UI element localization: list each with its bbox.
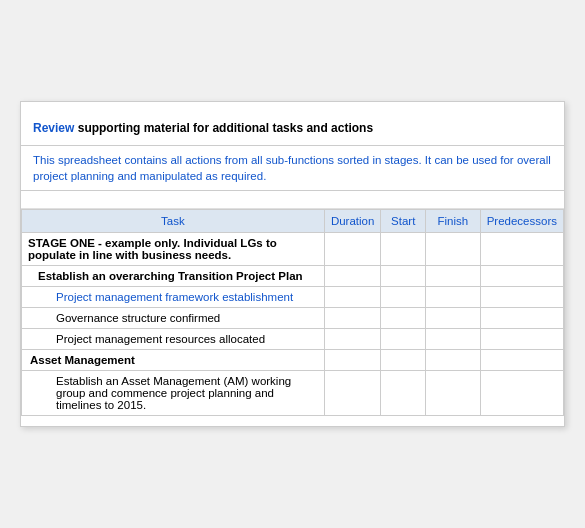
table-row: Establish an Asset Management (AM) worki…	[22, 370, 564, 415]
col-header-predecessors: Predecessors	[480, 209, 563, 232]
empty-spacer	[21, 191, 564, 209]
table-row: Governance structure confirmed	[22, 307, 564, 328]
col-header-duration: Duration	[324, 209, 380, 232]
stage-label: STAGE ONE - example only. Individual LGs…	[22, 232, 325, 265]
main-table: Task Duration Start Finish Predecessors …	[21, 209, 564, 416]
table-header-row: Task Duration Start Finish Predecessors	[22, 209, 564, 232]
section-asset-management: Asset Management	[22, 349, 564, 370]
col-header-task: Task	[22, 209, 325, 232]
spreadsheet-container: Review supporting material for additiona…	[20, 101, 565, 427]
info-text: This spreadsheet contains all actions fr…	[33, 154, 551, 182]
header-review-text: Review	[33, 121, 78, 135]
header-section: Review supporting material for additiona…	[21, 112, 564, 146]
table-row: Project management resources allocated	[22, 328, 564, 349]
task-2: Governance structure confirmed	[22, 307, 325, 328]
col-header-start: Start	[381, 209, 426, 232]
task-3: Project management resources allocated	[22, 328, 325, 349]
section-1-label: Establish an overarching Transition Proj…	[22, 265, 325, 286]
task-4-label: Establish an Asset Management (AM) worki…	[28, 375, 318, 411]
col-header-finish: Finish	[426, 209, 481, 232]
info-section: This spreadsheet contains all actions fr…	[21, 146, 564, 191]
stage-row: STAGE ONE - example only. Individual LGs…	[22, 232, 564, 265]
header-title: Review supporting material for additiona…	[33, 120, 552, 137]
section-2-label: Asset Management	[22, 349, 325, 370]
header-bold-text: supporting material for additional tasks…	[78, 121, 373, 135]
task-3-label: Project management resources allocated	[28, 333, 318, 345]
task-4: Establish an Asset Management (AM) worki…	[22, 370, 325, 415]
section-transition-plan: Establish an overarching Transition Proj…	[22, 265, 564, 286]
task-2-label: Governance structure confirmed	[28, 312, 318, 324]
task-1-label: Project management framework establishme…	[28, 291, 318, 303]
task-1: Project management framework establishme…	[22, 286, 325, 307]
table-row: Project management framework establishme…	[22, 286, 564, 307]
